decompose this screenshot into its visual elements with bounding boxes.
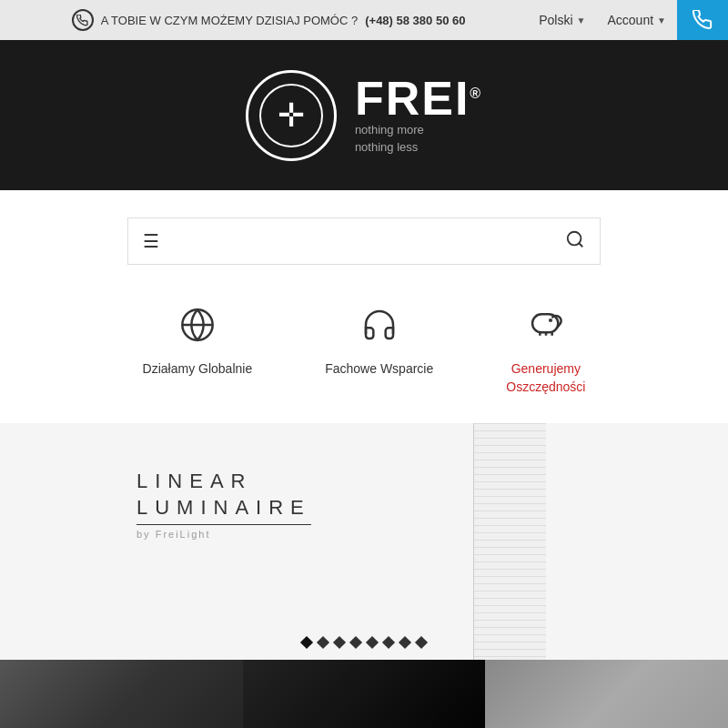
dot-4[interactable] (349, 636, 362, 649)
promo-text: A TOBIE W CZYM MOŻEMY DZISIAJ POMÓC ? (101, 14, 358, 27)
hero-title: LINEAR LUMINAIRE (136, 469, 311, 525)
nav-bar: ☰ (127, 217, 601, 265)
phone-number: (+48) 58 380 50 60 (365, 14, 465, 27)
phone-button[interactable] (677, 0, 728, 40)
hero-content: LINEAR LUMINAIRE by FreiLight (0, 423, 728, 660)
account-chevron-icon: ▼ (657, 15, 666, 25)
top-bar-actions: Polski ▼ Account ▼ (528, 0, 728, 40)
brand-name: FREI® (355, 75, 482, 122)
lang-label: Polski (539, 13, 572, 27)
feature-global: Działamy Globalnie (143, 307, 253, 396)
thumbnail-1[interactable] (0, 660, 243, 728)
thumb-image-1 (0, 660, 243, 728)
feature-global-label: Działamy Globalnie (143, 360, 253, 379)
thumb-image-2 (243, 660, 486, 728)
thumbnail-row (0, 660, 728, 728)
feature-savings-label: GenerujemyOszczędności (506, 360, 585, 396)
globe-icon (179, 307, 216, 351)
hero-text-block: LINEAR LUMINAIRE by FreiLight (136, 469, 311, 540)
hero-product-image (473, 423, 546, 660)
svg-point-0 (568, 231, 581, 245)
svg-point-4 (550, 319, 551, 321)
feature-support: Fachowe Wsparcie (325, 307, 433, 396)
logo-tagline: nothing more nothing less (355, 122, 482, 155)
dot-2[interactable] (317, 636, 329, 649)
search-icon[interactable] (565, 229, 585, 254)
top-bar: A TOBIE W CZYM MOŻEMY DZISIAJ POMÓC ? (+… (0, 0, 728, 40)
slider-dots (302, 638, 426, 647)
dot-1[interactable] (300, 636, 313, 649)
dot-7[interactable] (399, 636, 411, 649)
feature-support-label: Fachowe Wsparcie (325, 360, 433, 379)
hero-product-detail (474, 423, 546, 660)
hero-subtitle: by FreiLight (136, 529, 311, 540)
thumb-image-3 (485, 660, 728, 728)
logo-area: ✛ FREI® nothing more nothing less (0, 40, 728, 190)
top-bar-info: A TOBIE W CZYM MOŻEMY DZISIAJ POMÓC ? (+… (9, 9, 528, 31)
logo-inner-circle: ✛ (259, 84, 323, 147)
feature-savings: GenerujemyOszczędności (506, 307, 585, 396)
logo-cross-icon: ✛ (278, 99, 305, 132)
phone-circle-icon (72, 9, 94, 31)
account-label: Account (608, 13, 654, 27)
thumbnail-2[interactable] (243, 660, 486, 728)
thumbnail-3[interactable] (485, 660, 728, 728)
headset-icon (361, 307, 398, 351)
dot-3[interactable] (333, 636, 346, 649)
piggy-icon (528, 307, 564, 351)
language-selector[interactable]: Polski ▼ (528, 0, 596, 40)
hamburger-menu-icon[interactable]: ☰ (143, 230, 159, 252)
logo-text-block: FREI® nothing more nothing less (355, 75, 482, 155)
svg-line-1 (579, 243, 582, 247)
hero-slider: LINEAR LUMINAIRE by FreiLight (0, 423, 728, 660)
logo-outer-circle: ✛ (246, 70, 337, 161)
lang-chevron-icon: ▼ (577, 15, 586, 25)
dot-6[interactable] (382, 636, 395, 649)
features-section: Działamy Globalnie Fachowe Wsparcie Gene… (0, 288, 728, 423)
dot-8[interactable] (415, 636, 428, 649)
dot-5[interactable] (366, 636, 379, 649)
account-selector[interactable]: Account ▼ (597, 0, 678, 40)
